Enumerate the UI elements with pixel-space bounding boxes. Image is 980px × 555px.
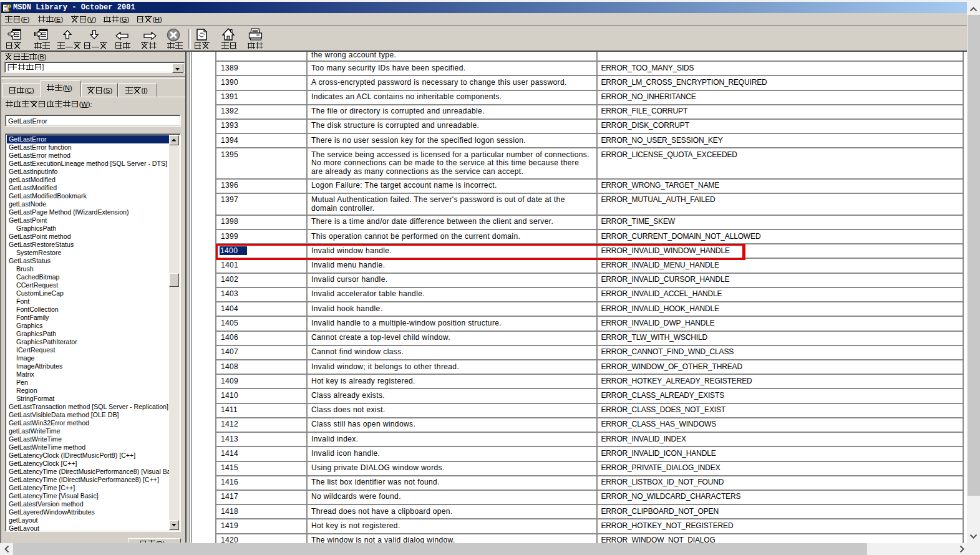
- svg-text:?: ?: [6, 2, 12, 12]
